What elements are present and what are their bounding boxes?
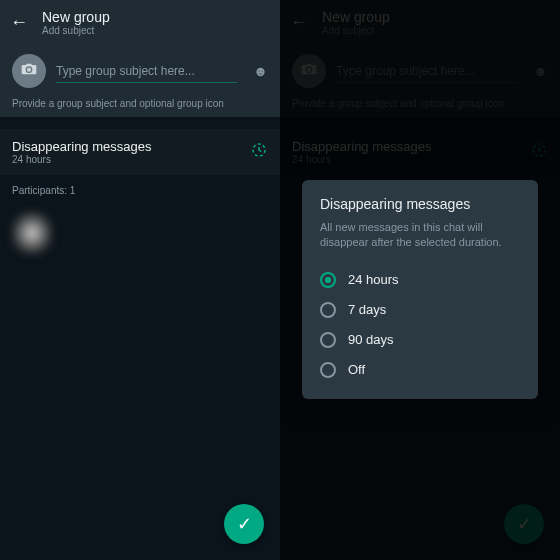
confirm-fab[interactable]: ✓: [224, 504, 264, 544]
check-icon: ✓: [237, 513, 252, 535]
back-icon[interactable]: ←: [10, 12, 28, 33]
dm-option-24-hours[interactable]: 24 hours: [320, 265, 520, 295]
radio-icon: [320, 332, 336, 348]
participant-avatar[interactable]: [12, 212, 52, 254]
subject-section: ☻ Provide a group subject and optional g…: [0, 44, 280, 117]
dm-option-label: 24 hours: [348, 272, 399, 287]
dialog-title: Disappearing messages: [320, 196, 520, 212]
participants-label: Participants: 1: [0, 175, 280, 206]
group-icon-picker[interactable]: [12, 54, 46, 88]
dm-option-label: 90 days: [348, 332, 394, 347]
radio-icon: [320, 362, 336, 378]
disappearing-messages-dialog: Disappearing messages All new messages i…: [302, 180, 538, 399]
subject-hint: Provide a group subject and optional gro…: [12, 98, 268, 109]
dialog-description: All new messages in this chat will disap…: [320, 220, 520, 251]
app-header: ← New group Add subject: [0, 0, 280, 44]
dm-option-off[interactable]: Off: [320, 355, 520, 385]
disappearing-messages-row[interactable]: Disappearing messages 24 hours: [0, 129, 280, 175]
timer-icon: [250, 141, 268, 163]
group-subject-input[interactable]: [56, 60, 237, 83]
dm-option-90-days[interactable]: 90 days: [320, 325, 520, 355]
dm-option-label: Off: [348, 362, 365, 377]
header-subtitle: Add subject: [42, 25, 110, 36]
dm-option-7-days[interactable]: 7 days: [320, 295, 520, 325]
radio-icon: [320, 272, 336, 288]
emoji-icon[interactable]: ☻: [253, 63, 268, 79]
radio-icon: [320, 302, 336, 318]
header-title: New group: [42, 9, 110, 25]
dm-value: 24 hours: [12, 154, 151, 165]
camera-icon: [21, 62, 37, 80]
dm-title: Disappearing messages: [12, 139, 151, 154]
dm-option-label: 7 days: [348, 302, 386, 317]
